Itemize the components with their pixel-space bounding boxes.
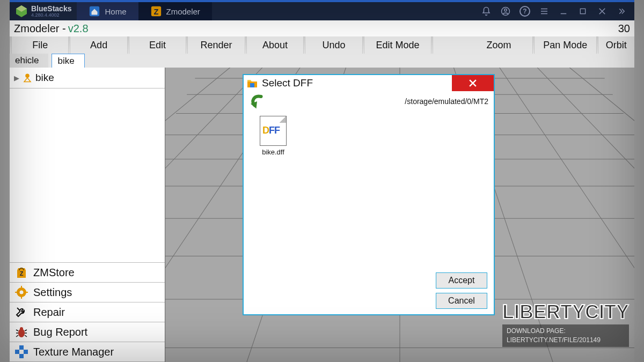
bluestacks-titlebar: BlueStacks 4.280.4.4002 Home Z Zmodeler … [10,0,634,20]
svg-rect-13 [21,296,22,299]
svg-rect-19 [15,345,19,350]
scene-tree[interactable]: ▶ bike [10,68,165,88]
watermark-logo: LIBERTYCITY [502,301,629,323]
svg-rect-15 [25,292,28,293]
file-item[interactable]: DFF bike.dff [254,116,292,156]
svg-rect-21 [19,350,24,354]
svg-rect-23 [24,354,28,358]
sidebar-label: Bug Report [33,326,87,338]
menu-render[interactable]: Render [188,36,245,54]
file-list: DFF bike.dff [244,112,494,160]
menu-panmode[interactable]: Pan Mode [535,36,596,54]
tab-zmodeler[interactable]: Z Zmodeler [138,2,212,20]
svg-rect-7 [580,9,585,13]
doc-tab-bike[interactable]: bike [52,54,84,68]
shopping-bag-icon: Z [15,266,28,279]
svg-point-11 [20,291,24,294]
sidebar-item-zmstore[interactable]: Z ZMStore [10,263,165,283]
svg-text:Z: Z [153,8,158,16]
sidebar-label: Texture Manager [33,346,114,358]
menu-undo[interactable]: Undo [305,36,362,54]
menu-file[interactable]: File [12,36,69,54]
minimize-icon[interactable] [558,6,569,17]
app-title-name: Zmodeler - [14,23,66,35]
sidebar-item-texturemanager[interactable]: Texture Manager [10,342,165,362]
doc-tab-strip: ehicle bike [10,54,634,68]
menu-bar: File Add Edit Render About Undo Edit Mod… [10,36,634,54]
help-icon[interactable]: ? [519,6,530,17]
maximize-icon[interactable] [577,6,588,17]
menu-add[interactable]: Add [70,36,127,54]
tab-home-label: Home [105,7,126,16]
folder-icon [246,77,259,90]
app-title-version: v2.8 [68,23,89,35]
file-name: bike.dff [262,148,284,156]
bluestacks-brand: BlueStacks 4.280.4.4002 [10,5,77,18]
sidebar-item-repair[interactable]: Repair [10,302,165,322]
tab-home[interactable]: Home [77,2,138,20]
menu-editmode[interactable]: Edit Mode [364,36,431,54]
sidebar-item-bugreport[interactable]: Bug Report [10,322,165,342]
dialog-title: Select DFF [262,77,313,89]
doc-tab-vehicle[interactable]: ehicle [10,54,48,68]
dialog-path: /storage/emulated/0/MT2 [405,97,488,106]
expand-icon[interactable]: ▶ [14,74,19,82]
svg-text:Z: Z [20,270,24,277]
bluestacks-logo-icon [15,5,28,18]
tools-icon [15,306,28,319]
bluestacks-version: 4.280.4.4002 [31,13,71,18]
tree-root-label: bike [35,72,54,84]
svg-point-17 [20,327,23,330]
watermark: LIBERTYCITY DOWNLOAD PAGE: LIBERTYCITY.N… [502,301,629,347]
svg-rect-12 [21,286,22,289]
sidebar-label: Settings [33,286,72,299]
select-dff-dialog: Select DFF /storage/emulated/0/MT2 DFF b… [243,74,495,315]
bug-icon [15,326,28,338]
app-right-number: 30 [618,23,630,35]
menu-orbit[interactable]: Orbit [598,36,634,54]
menu-about[interactable]: About [247,36,304,54]
svg-rect-22 [15,354,19,358]
zmodeler-icon: Z [150,5,162,17]
sidebar-label: ZMStore [33,267,75,279]
side-list: Z ZMStore Settings Repair Bug Report [10,262,165,362]
side-panel: ▶ bike Z ZMStore Settings [10,68,165,362]
dialog-close-button[interactable] [452,75,494,91]
checker-icon [15,345,28,358]
svg-rect-45 [250,83,254,87]
svg-rect-20 [24,345,28,350]
notifications-icon[interactable] [481,6,492,17]
bike-node-icon [23,73,32,83]
home-icon [89,5,100,17]
bluestacks-sys-icons: ? [481,6,634,17]
close-icon [467,78,478,88]
app-titlebar: Zmodeler - v2.8 30 [10,20,634,36]
menu-zoom[interactable]: Zoom [465,36,532,54]
account-icon[interactable] [500,6,511,17]
svg-rect-14 [15,292,18,293]
hamburger-icon[interactable] [539,6,550,17]
tree-root[interactable]: ▶ bike [13,71,162,85]
gear-icon [15,286,28,299]
dff-file-icon: DFF [260,116,287,146]
bluestacks-name: BlueStacks [31,5,71,12]
watermark-line1: DOWNLOAD PAGE: [507,327,625,336]
bluestacks-tabs: Home Z Zmodeler [77,2,211,20]
close-icon[interactable] [597,6,608,17]
back-arrow-icon[interactable] [249,92,268,111]
more-icon[interactable] [616,6,627,17]
cancel-button[interactable]: Cancel [436,293,487,309]
tab-zmodeler-label: Zmodeler [166,7,200,16]
menu-edit[interactable]: Edit [129,36,186,54]
sidebar-item-settings[interactable]: Settings [10,283,165,302]
sidebar-label: Repair [33,306,65,319]
watermark-line2: LIBERTYCITY.NET/FILE/201149 [507,336,625,345]
accept-button[interactable]: Accept [436,272,487,289]
svg-point-6 [504,9,507,12]
